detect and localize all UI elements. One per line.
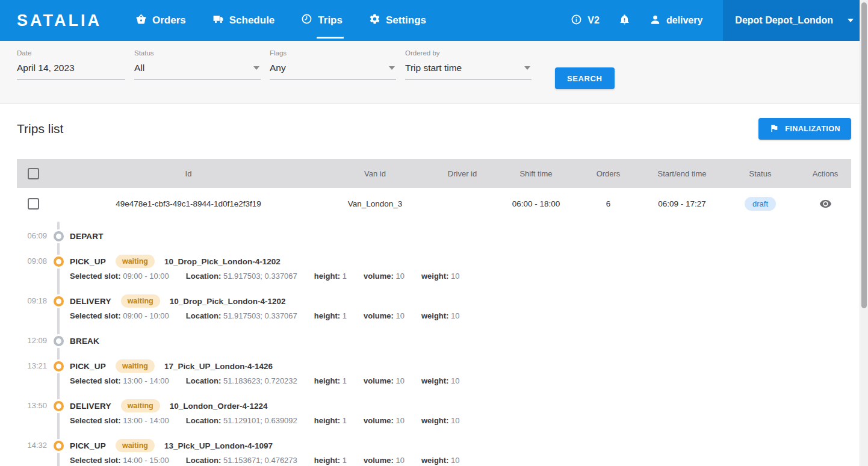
username: delivery [666,15,702,26]
stop-status-badge: waiting [116,359,155,373]
selected-slot-label: Selected slot: [70,376,121,385]
stop-status-badge: waiting [121,399,160,412]
trip-shift-time: 06:00 - 18:00 [498,199,574,208]
stop-status-badge: waiting [116,439,155,452]
depot-selector[interactable]: Depot Depot_London [723,0,868,41]
ordered-by-value: Trip start time [405,63,462,73]
trips-page: Trips list FINALIZATION Id Van id Driver… [0,116,868,466]
nav-tab-schedule[interactable]: Schedule [212,0,275,41]
flags-value: Any [270,63,286,73]
stop-detail: Selected slot: 09:00 - 10:00 Location: 5… [70,269,851,283]
finalization-button[interactable]: FINALIZATION [758,118,851,140]
height-label: height: [314,456,340,465]
column-header-driver-id: Driver id [426,169,498,178]
date-input[interactable]: April 14, 2023 [17,60,125,80]
volume-label: volume: [364,272,394,281]
selected-slot-label: Selected slot: [70,416,121,425]
stop-dot-icon [54,441,64,451]
basket-icon [135,13,147,28]
location-label: Location: [186,456,222,465]
gear-icon [369,13,380,28]
timeline-stop: 09:18 DELIVERY waiting 10_Drop_Pick_Lond… [17,294,851,323]
timeline-stop: 06:09 DEPART [17,229,851,243]
stop-time: 13:21 [17,359,47,388]
top-nav: SATALIA Orders Schedule Trips Settings V… [0,0,868,41]
status-value: All [134,63,144,73]
stop-type: PICK_UP [70,257,106,266]
height-label: height: [314,311,340,320]
stop-dot-icon [54,256,64,267]
stop-order-id: 10_Drop_Pick_London-4-1202 [164,257,281,266]
trip-actions [799,197,851,210]
nav-tab-trips[interactable]: Trips [301,0,343,41]
trips-table-header: Id Van id Driver id Shift time Orders St… [17,159,851,188]
satalia-logo[interactable]: SATALIA [17,11,102,30]
ordered-by-select[interactable]: Trip start time [405,60,532,80]
finalization-label: FINALIZATION [785,125,840,133]
column-header-actions: Actions [799,169,851,178]
timeline: 06:09 DEPART 09:08 PICK_UP waiting 10_Dr… [17,229,851,466]
stop-time: 06:09 [17,229,47,243]
nav-tab-orders[interactable]: Orders [135,0,186,41]
height-label: height: [314,416,340,425]
nav-right: V2 delivery Depot Depot_London [571,0,868,41]
select-all-checkbox[interactable] [28,168,39,179]
notifications-button[interactable] [619,14,630,28]
volume-label: volume: [364,311,394,320]
column-header-shift-time: Shift time [498,169,574,178]
stop-detail: Selected slot: 14:00 - 15:00 Location: 5… [70,453,851,466]
stop-time: 09:08 [17,254,47,283]
column-header-orders: Orders [574,169,643,178]
filter-bar: Date April 14, 2023 Status All Flags Any… [0,41,868,104]
view-trip-icon[interactable] [819,197,832,210]
stop-time: 12:09 [17,334,47,348]
nav-tab-settings[interactable]: Settings [369,0,426,41]
page-scrollbar [860,0,868,466]
stop-dot-icon [54,401,64,411]
timeline-stop: 14:32 PICK_UP waiting 13_Pick_UP_London-… [17,438,851,466]
stop-time: 09:18 [17,294,47,323]
column-header-status: Status [721,169,799,178]
stop-dot-icon [54,361,64,371]
volume-label: volume: [364,456,394,465]
trip-id: 49e478e1-cbf3-49c1-8944-1d0f1e2f3f19 [53,199,324,208]
weight-label: weight: [421,416,449,425]
chevron-down-icon [253,66,259,70]
stop-detail: Selected slot: 09:00 - 10:00 Location: 5… [70,308,851,323]
flags-select[interactable]: Any [270,60,396,80]
volume-label: volume: [364,376,394,385]
chevron-down-icon [848,19,854,22]
scrollbar-thumb[interactable] [861,2,867,308]
stop-order-id: 17_Pick_UP_London-4-1426 [164,362,273,371]
column-header-van-id: Van id [324,169,426,178]
stop-status-badge: waiting [116,255,155,268]
stop-type: DELIVERY [70,402,111,411]
nav-tab-label: Schedule [229,14,275,26]
row-checkbox[interactable] [28,198,39,210]
stop-type: BREAK [70,337,99,346]
info-icon [571,14,582,28]
stop-type: DEPART [70,232,104,241]
timeline-stop: 09:08 PICK_UP waiting 10_Drop_Pick_Londo… [17,254,851,283]
flags-label: Flags [270,49,396,57]
weight-label: weight: [421,456,449,465]
truck-icon [212,13,224,28]
user-menu[interactable]: delivery [649,14,702,28]
column-header-id: Id [53,169,324,178]
chevron-down-icon [524,66,530,70]
search-button[interactable]: SEARCH [555,67,615,89]
trip-orders-count: 6 [574,199,643,208]
stop-order-id: 10_London_Order-4-1224 [170,402,268,411]
selected-slot-label: Selected slot: [70,311,121,320]
stop-time: 14:32 [17,438,47,466]
stop-type: DELIVERY [70,297,111,306]
stop-dot-icon [54,296,64,306]
version-info[interactable]: V2 [571,14,600,28]
status-select[interactable]: All [134,60,261,80]
date-label: Date [17,49,125,57]
stop-detail: Selected slot: 13:00 - 14:00 Location: 5… [70,373,851,388]
location-label: Location: [186,376,222,385]
nav-tabs: Orders Schedule Trips Settings [135,0,426,41]
date-field: Date April 14, 2023 [17,49,125,80]
trip-van-id: Van_London_3 [324,199,426,208]
